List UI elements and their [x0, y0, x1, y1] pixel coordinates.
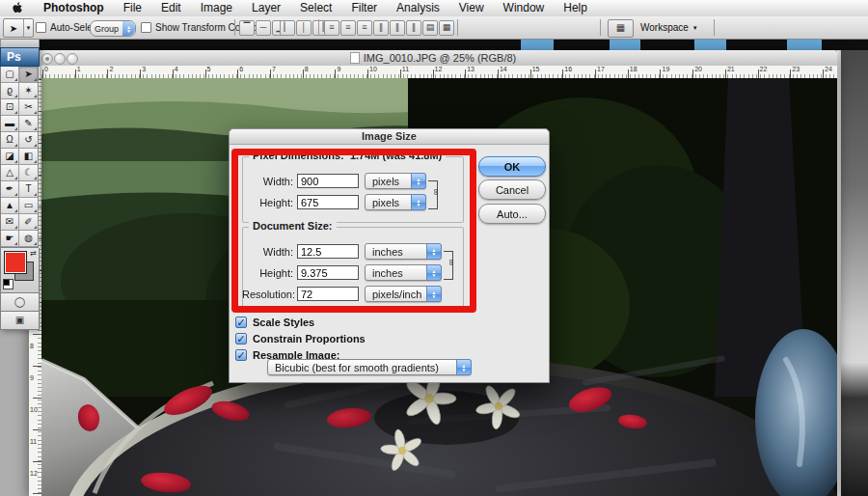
distribute-horizontal-centers-button[interactable]: ∥ [390, 20, 405, 36]
eraser-tool[interactable]: ◪ [1, 149, 19, 165]
distribute-top-edges-button[interactable]: ≡ [324, 20, 339, 36]
ruler-number: 0 [44, 66, 48, 72]
ruler-number: 16 [564, 66, 572, 72]
distribute-bottom-edges-button[interactable]: ≡ [357, 20, 372, 36]
menu-edit[interactable]: Edit [151, 0, 191, 16]
pixel-height-label: Height: [242, 197, 293, 208]
pixel-width-input[interactable] [297, 174, 359, 188]
foreground-color-swatch[interactable] [4, 251, 27, 274]
rectangular-marquee-tool[interactable]: ▢ [1, 67, 19, 83]
type-tool[interactable]: T [19, 181, 38, 198]
screen-mode-button[interactable]: ▣ [0, 312, 40, 330]
ok-button[interactable]: OK [478, 156, 546, 177]
distribute-vertical-centers-button[interactable]: ≡ [340, 20, 356, 36]
distribute-left-edges-button[interactable]: ∥ [373, 20, 389, 36]
resample-image-checkbox[interactable]: ✓ [235, 349, 247, 361]
palette-tab[interactable] [0, 39, 40, 47]
menu-photoshop[interactable]: Photoshop [34, 0, 114, 16]
align-horizontal-centers-button[interactable]: │ [296, 20, 312, 36]
pixel-dimensions-label: Pixel Dimensions: 1.74M (was 41.8M) [249, 150, 446, 161]
resolution-unit-dropdown[interactable]: pixels/inch ▲▼ [365, 286, 442, 302]
pen-tool[interactable]: ✒ [1, 181, 19, 198]
path-selection-tool[interactable]: ▲ [1, 198, 19, 214]
horizontal-ruler[interactable]: 0123456789101112131415161718192021222324 [41, 66, 837, 79]
cancel-button[interactable]: Cancel [478, 179, 546, 200]
constrain-proportions-checkbox[interactable]: ✓ [235, 333, 247, 344]
ruler-number: 11 [402, 66, 409, 72]
align-vertical-centers-button[interactable]: ─ [256, 20, 271, 36]
menu-layer[interactable]: Layer [242, 0, 290, 16]
dialog-title: Image Size [362, 130, 417, 142]
crop-tool[interactable]: ⊡ [1, 99, 19, 116]
ruler-number: 14 [500, 66, 507, 72]
scale-styles-checkbox[interactable]: ✓ [235, 317, 247, 328]
menu-analysis[interactable]: Analysis [387, 0, 449, 16]
window-edge [837, 50, 841, 496]
ruler-number: 17 [597, 66, 605, 72]
doc-width-input[interactable] [297, 244, 359, 259]
menu-filter[interactable]: Filter [341, 0, 387, 16]
menu-select[interactable]: Select [290, 0, 341, 16]
align-top-edges-button[interactable]: ▔ [239, 20, 255, 36]
slice-tool[interactable]: ✂ [19, 99, 38, 116]
align-misc-1-button[interactable]: ▤ [422, 20, 438, 36]
pixel-height-input[interactable] [297, 195, 359, 209]
resample-method-dropdown[interactable]: Bicubic (best for smooth gradients) ▲▼ [267, 359, 472, 375]
auto-select-checkbox[interactable] [36, 22, 46, 33]
shape-tool[interactable]: ▭ [19, 198, 38, 214]
doc-width-unit-dropdown[interactable]: inches ▲▼ [365, 243, 442, 260]
blur-tool[interactable]: △ [1, 165, 19, 181]
pixel-height-unit-dropdown[interactable]: pixels ▲▼ [365, 194, 426, 210]
checkbox-row: ✓Constrain Proportions [235, 332, 366, 345]
quick-mask-button[interactable]: ◯ [0, 293, 40, 312]
menu-file[interactable]: File [114, 0, 151, 16]
eyedropper-tool[interactable]: ✐ [19, 214, 38, 231]
auto-select-mode-dropdown[interactable]: Group ▲▼ [90, 20, 136, 37]
doc-height-input[interactable] [297, 265, 359, 280]
resolution-input[interactable] [297, 287, 359, 301]
show-transform-checkbox[interactable] [141, 22, 151, 33]
lasso-tool[interactable]: ϱ [1, 83, 19, 99]
options-bar: ➤ ▼ Auto-Select: Group ▲▼ Show Transform… [0, 16, 868, 40]
dialog-titlebar[interactable]: Image Size [230, 129, 549, 145]
pixel-width-unit-dropdown[interactable]: pixels ▲▼ [365, 173, 426, 189]
align-misc-2-button[interactable]: ▦ [439, 20, 454, 36]
healing-brush-tool[interactable]: ▬ [1, 116, 19, 132]
zoom-tool[interactable]: ◍ [19, 231, 38, 247]
tool-preset-arrow-icon[interactable]: ▼ [23, 19, 33, 37]
ruler-number: 9 [30, 374, 40, 381]
hand-tool[interactable]: ☛ [1, 231, 19, 247]
swap-colors-icon[interactable]: ⇄ [30, 249, 37, 258]
workspace-dropdown[interactable]: Workspace ▼ [640, 22, 698, 33]
clone-stamp-tool[interactable]: Ω [1, 132, 19, 149]
ruler-number: 6 [239, 66, 243, 72]
notes-tool[interactable]: ✉ [1, 214, 19, 231]
dodge-tool[interactable]: ☾ [19, 165, 38, 181]
ruler-number: 22 [760, 66, 768, 72]
ruler-number: 2 [109, 66, 113, 72]
ruler-number: 20 [694, 66, 702, 72]
document-titlebar[interactable]: IMG_0010.JPG @ 25% (RGB/8) [29, 50, 837, 67]
default-colors-icon[interactable] [3, 279, 14, 289]
menu-image[interactable]: Image [191, 0, 242, 16]
palette-well-icon[interactable]: ▦ [608, 19, 634, 38]
stepper-icon: ▲▼ [456, 359, 472, 375]
current-tool-button[interactable]: ➤ ▼ [3, 18, 34, 38]
move-tool[interactable]: ➤ [19, 67, 38, 83]
ruler-number: 10 [369, 66, 377, 72]
align-left-edges-button[interactable]: ▏ [280, 20, 295, 36]
menu-view[interactable]: View [449, 0, 494, 16]
doc-height-unit-dropdown[interactable]: inches ▲▼ [365, 264, 442, 281]
menu-help[interactable]: Help [554, 0, 597, 16]
separator [234, 19, 235, 36]
gradient-tool[interactable]: ◧ [19, 149, 38, 165]
history-brush-tool[interactable]: ↺ [19, 132, 38, 149]
apple-icon[interactable] [0, 2, 34, 14]
auto-button[interactable]: Auto... [478, 204, 546, 224]
magic-wand-tool[interactable]: ✶ [19, 83, 38, 99]
menu-window[interactable]: Window [494, 0, 555, 16]
ruler-number: 21 [727, 66, 735, 72]
brush-tool[interactable]: ✎ [19, 116, 38, 132]
distribute-right-edges-button[interactable]: ∥ [406, 20, 421, 36]
align-button-group: ▏│▕ [280, 20, 328, 36]
